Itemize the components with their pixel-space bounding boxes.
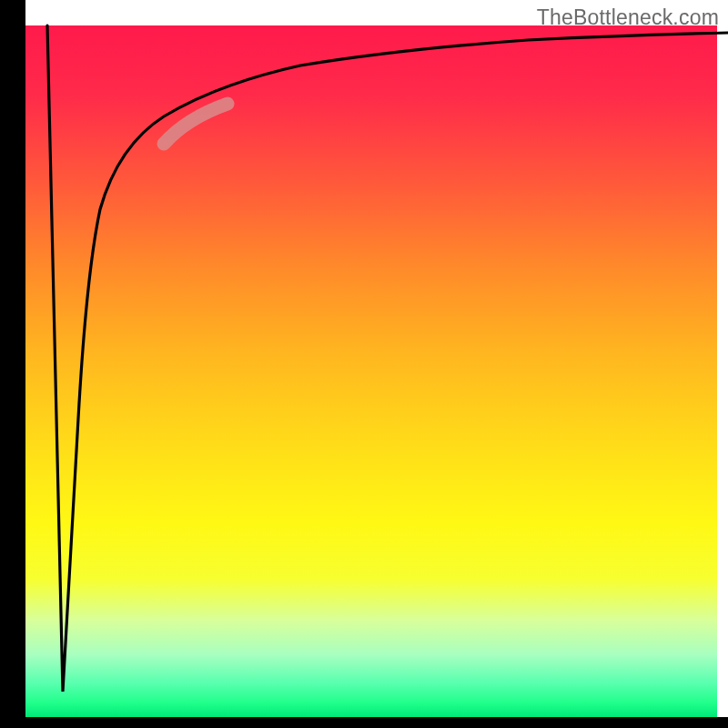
watermark-text: TheBottleneck.com bbox=[537, 5, 719, 30]
main-curve bbox=[47, 25, 728, 692]
x-axis-bar bbox=[0, 717, 728, 728]
y-axis-bar bbox=[0, 0, 25, 728]
curve-layer bbox=[0, 0, 728, 728]
chart-container: TheBottleneck.com bbox=[0, 0, 728, 728]
